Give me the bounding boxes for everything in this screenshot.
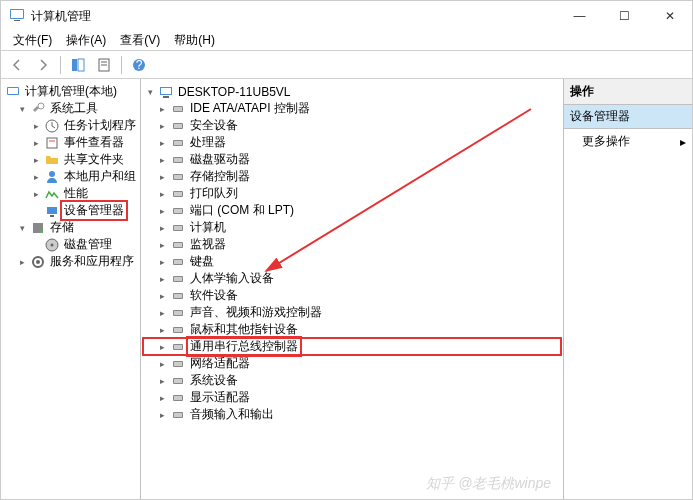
device-category[interactable]: ▸系统设备 [143,372,561,389]
tree-services-apps[interactable]: ▸ 服务和应用程序 [3,253,138,270]
expand-icon[interactable]: ▸ [157,273,168,284]
expand-icon[interactable]: ▸ [157,409,168,420]
device-category[interactable]: ▸音频输入和输出 [143,406,561,423]
expand-icon[interactable]: ▸ [157,222,168,233]
device-category[interactable]: ▸软件设备 [143,287,561,304]
device-category[interactable]: ▸打印队列 [143,185,561,202]
menu-help[interactable]: 帮助(H) [168,30,221,51]
tree-event-viewer[interactable]: ▸事件查看器 [3,134,138,151]
device-category[interactable]: ▸IDE ATA/ATAPI 控制器 [143,100,561,117]
device-category[interactable]: ▸声音、视频和游戏控制器 [143,304,561,321]
expand-icon[interactable]: ▸ [157,154,168,165]
menu-view[interactable]: 查看(V) [114,30,166,51]
svg-rect-33 [174,141,182,145]
svg-rect-51 [174,294,182,298]
collapse-icon[interactable]: ▾ [17,103,28,114]
show-hide-tree-button[interactable] [66,54,90,76]
device-category[interactable]: ▸监视器 [143,236,561,253]
svg-rect-43 [174,226,182,230]
actions-panel: 操作 设备管理器 更多操作 ▸ [564,79,692,499]
device-category[interactable]: ▸计算机 [143,219,561,236]
perf-icon [44,186,60,202]
svg-text:?: ? [136,58,143,72]
tree-device-manager[interactable]: 设备管理器 [3,202,138,219]
tree-storage[interactable]: ▾ 存储 [3,219,138,236]
category-icon [170,407,186,423]
collapse-icon[interactable]: ▾ [17,222,28,233]
device-category[interactable]: ▸安全设备 [143,117,561,134]
tree-task-scheduler[interactable]: ▸任务计划程序 [3,117,138,134]
actions-header: 操作 [564,79,692,105]
device-computer-root[interactable]: ▾ DESKTOP-11UB5VL [143,83,561,100]
actions-more[interactable]: 更多操作 ▸ [564,129,692,154]
device-category[interactable]: ▸处理器 [143,134,561,151]
maximize-button[interactable]: ☐ [602,1,647,31]
category-label: 显示适配器 [188,389,252,406]
expand-icon[interactable]: ▸ [31,188,42,199]
expand-icon[interactable]: ▸ [157,256,168,267]
svg-rect-14 [47,138,57,148]
category-label: 系统设备 [188,372,240,389]
expand-icon[interactable]: ▸ [17,256,28,267]
expand-icon[interactable]: ▸ [157,239,168,250]
menu-action[interactable]: 操作(A) [60,30,112,51]
expand-icon[interactable]: ▸ [157,324,168,335]
device-category[interactable]: ▸显示适配器 [143,389,561,406]
tree-root[interactable]: 计算机管理(本地) [3,83,138,100]
storage-icon [30,220,46,236]
svg-rect-11 [8,88,18,94]
tree-shared-folders[interactable]: ▸共享文件夹 [3,151,138,168]
device-category[interactable]: ▸端口 (COM 和 LPT) [143,202,561,219]
help-button[interactable]: ? [127,54,151,76]
expand-icon[interactable]: ▸ [157,358,168,369]
device-category[interactable]: ▸存储控制器 [143,168,561,185]
watermark: 知乎 @老毛桃winpe [426,475,551,493]
expand-icon[interactable]: ▸ [157,103,168,114]
device-category[interactable]: ▸网络适配器 [143,355,561,372]
tree-local-users[interactable]: ▸本地用户和组 [3,168,138,185]
close-button[interactable]: ✕ [647,1,692,31]
tree-performance[interactable]: ▸性能 [3,185,138,202]
tree-system-tools[interactable]: ▾ 系统工具 [3,100,138,117]
expand-icon[interactable]: ▸ [157,120,168,131]
device-category[interactable]: ▸通用串行总线控制器 [143,338,561,355]
forward-button[interactable] [31,54,55,76]
device-category[interactable]: ▸磁盘驱动器 [143,151,561,168]
category-icon [170,339,186,355]
back-button[interactable] [5,54,29,76]
expand-icon[interactable]: ▸ [157,188,168,199]
expand-icon[interactable]: ▸ [157,341,168,352]
expand-icon[interactable]: ▸ [157,375,168,386]
expand-icon[interactable]: ▸ [157,137,168,148]
expand-icon[interactable]: ▸ [31,120,42,131]
category-label: 打印队列 [188,185,240,202]
category-label: 人体学输入设备 [188,270,276,287]
svg-rect-65 [174,413,182,417]
services-icon [30,254,46,270]
category-icon [170,288,186,304]
device-category[interactable]: ▸键盘 [143,253,561,270]
device-category[interactable]: ▸人体学输入设备 [143,270,561,287]
expand-icon[interactable]: ▸ [157,171,168,182]
category-icon [170,152,186,168]
menu-file[interactable]: 文件(F) [7,30,58,51]
category-icon [170,101,186,117]
minimize-button[interactable]: — [557,1,602,31]
expand-icon[interactable]: ▸ [31,137,42,148]
expand-icon[interactable]: ▸ [157,205,168,216]
device-category[interactable]: ▸鼠标和其他指针设备 [143,321,561,338]
svg-point-20 [41,231,43,233]
computer-icon [5,84,21,100]
properties-button[interactable] [92,54,116,76]
expand-icon[interactable]: ▸ [31,171,42,182]
expand-icon[interactable]: ▸ [157,307,168,318]
actions-selected[interactable]: 设备管理器 [564,105,692,129]
expand-icon[interactable]: ▸ [31,154,42,165]
category-label: 磁盘驱动器 [188,151,252,168]
expand-icon[interactable]: ▸ [157,290,168,301]
event-icon [44,135,60,151]
expand-icon[interactable]: ▸ [157,392,168,403]
category-icon [170,203,186,219]
collapse-icon[interactable]: ▾ [145,86,156,97]
tree-disk-management[interactable]: 磁盘管理 [3,236,138,253]
